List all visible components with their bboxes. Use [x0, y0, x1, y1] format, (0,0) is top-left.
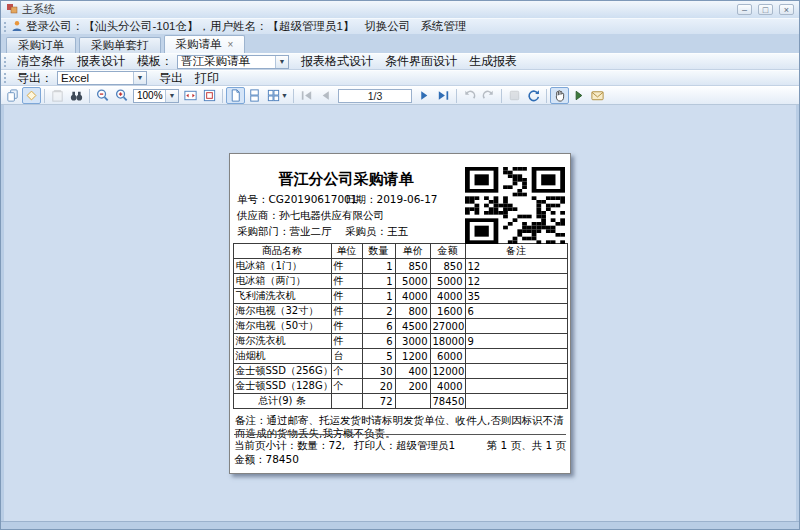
clear-condition-button[interactable]: 清空条件	[11, 53, 71, 70]
table-cell: 9	[465, 334, 567, 349]
find-icon[interactable]	[67, 87, 86, 104]
page-subtotal: 当前页小计：数量：72,金额：78450	[234, 439, 354, 467]
toolbar-grip	[4, 73, 7, 83]
table-cell	[331, 394, 362, 409]
table-cell: 800	[395, 304, 430, 319]
table-cell: 总计(9) 条	[233, 394, 331, 409]
print-button[interactable]: 打印	[189, 70, 225, 87]
tab-1[interactable]: 采购订单	[6, 37, 76, 53]
template-select[interactable]: 晋江采购请单 ▼	[177, 55, 289, 69]
department-field: 采购部门：营业二厅	[237, 225, 332, 237]
zoom-out-icon[interactable]	[93, 87, 112, 104]
tab-label: 采购单套打	[91, 38, 149, 53]
toolbar-grip	[4, 22, 7, 32]
generate-report-button[interactable]: 生成报表	[463, 53, 523, 70]
toolbar-separator	[501, 89, 502, 103]
table-cell	[465, 319, 567, 334]
user-icon	[11, 20, 23, 34]
order-no-field: 单号：CG20190617001	[237, 193, 357, 205]
table-cell: 2	[362, 304, 395, 319]
table-cell: 件	[331, 319, 362, 334]
table-cell: 6	[465, 304, 567, 319]
table-cell: 件	[331, 289, 362, 304]
table-cell: 件	[331, 334, 362, 349]
chevron-down-icon[interactable]: ▼	[165, 90, 178, 102]
chevron-down-icon[interactable]: ▼	[133, 72, 146, 84]
table-cell	[465, 364, 567, 379]
table-header-cell: 单位	[331, 244, 362, 259]
table-cell: 件	[331, 274, 362, 289]
hand-tool-icon[interactable]	[550, 87, 569, 104]
window-title: 主系统	[22, 2, 55, 17]
report-page: 晋江分公司采购请单 单号：CG20190617001 日期：2019-06-17…	[229, 153, 571, 474]
report-info-row: 采购部门：营业二厅 采购员：王五	[237, 225, 570, 240]
copy-icon[interactable]	[3, 87, 22, 104]
toolbar-separator	[89, 89, 90, 103]
table-cell: 850	[430, 259, 465, 274]
table-row: 海尔电视（50寸）件6450027000	[233, 319, 567, 334]
table-cell: 油烟机	[233, 349, 331, 364]
tab-label: 采购请单	[176, 37, 222, 52]
export-button[interactable]: 导出	[153, 70, 189, 87]
maximize-button[interactable]: □	[758, 4, 773, 15]
chevron-down-icon[interactable]: ▼	[275, 56, 288, 68]
table-row: 金士顿SSD（128G）个202004000	[233, 379, 567, 394]
switch-company-button[interactable]: 切换公司	[364, 19, 410, 34]
tab-2[interactable]: 采购单套打	[79, 37, 161, 53]
report-table: 商品名称单位数量单价金额备注电冰箱（1门）件185085012电冰箱（两门）件1…	[233, 243, 568, 409]
table-row: 金士顿SSD（256G）个3040012000	[233, 364, 567, 379]
select-tool-icon[interactable]	[22, 87, 41, 104]
close-button[interactable]: ×	[779, 4, 794, 15]
table-cell	[465, 379, 567, 394]
fit-width-icon[interactable]	[181, 87, 200, 104]
table-cell: 5	[362, 349, 395, 364]
email-icon[interactable]	[588, 87, 607, 104]
export-format-value: Excel	[61, 72, 89, 84]
report-design-button[interactable]: 报表设计	[71, 53, 131, 70]
continuous-pages-icon[interactable]	[245, 87, 264, 104]
zoom-level-combo[interactable]: 100%▼	[133, 89, 179, 103]
format-design-button[interactable]: 报表格式设计	[295, 53, 379, 70]
login-info-text: 登录公司：【汕头分公司-101仓】，用户姓名：【超级管理员1】	[26, 19, 354, 34]
table-cell: 78450	[430, 394, 465, 409]
redo-icon	[479, 87, 498, 104]
table-cell: 海尔电视（32寸）	[233, 304, 331, 319]
tab-3[interactable]: 采购请单×	[164, 35, 246, 53]
table-cell: 850	[395, 259, 430, 274]
tab-label: 采购订单	[18, 38, 64, 53]
table-cell: 200	[395, 379, 430, 394]
page-indicator-input[interactable]: 1/3	[338, 89, 412, 103]
system-manage-button[interactable]: 系统管理	[420, 19, 466, 34]
zoom-level-value: 100%	[137, 90, 163, 101]
last-page-icon[interactable]	[434, 87, 453, 104]
continue-icon[interactable]	[569, 87, 588, 104]
login-toolbar: 登录公司：【汕头分公司-101仓】，用户姓名：【超级管理员1】 切换公司 系统管…	[1, 18, 799, 34]
table-cell: 6000	[430, 349, 465, 364]
refresh-icon[interactable]	[524, 87, 543, 104]
single-page-icon[interactable]	[226, 87, 245, 104]
table-cell: 个	[331, 379, 362, 394]
chevron-down-icon[interactable]: ▼	[281, 92, 288, 99]
buyer-field: 采购员：王五	[345, 225, 408, 239]
main-window: 主系统 – □ × 登录公司：【汕头分公司-101仓】，用户姓名：【超级管理员1…	[0, 0, 800, 530]
table-header-cell: 数量	[362, 244, 395, 259]
next-page-icon[interactable]	[415, 87, 434, 104]
export-label: 导出：	[11, 70, 55, 87]
first-page-icon	[297, 87, 316, 104]
tab-strip: 采购订单采购单套打采购请单×	[1, 34, 799, 53]
table-row: 电冰箱（两门）件15000500012	[233, 274, 567, 289]
condition-design-button[interactable]: 条件界面设计	[379, 53, 463, 70]
toolbar-grip	[4, 57, 7, 67]
report-viewer: 晋江分公司采购请单 单号：CG20190617001 日期：2019-06-17…	[1, 105, 799, 521]
minimize-button[interactable]: –	[737, 4, 752, 15]
table-cell: 18000	[430, 334, 465, 349]
fit-page-icon[interactable]	[200, 87, 219, 104]
export-format-select[interactable]: Excel ▼	[57, 71, 147, 85]
tab-close-icon[interactable]: ×	[228, 40, 234, 50]
table-header-cell: 金额	[430, 244, 465, 259]
report-info-row: 供应商：孙七电器供应有限公司	[237, 209, 570, 224]
table-cell: 4000	[430, 289, 465, 304]
table-header-row: 商品名称单位数量单价金额备注	[233, 244, 567, 259]
zoom-in-icon[interactable]	[112, 87, 131, 104]
table-cell: 30	[362, 364, 395, 379]
